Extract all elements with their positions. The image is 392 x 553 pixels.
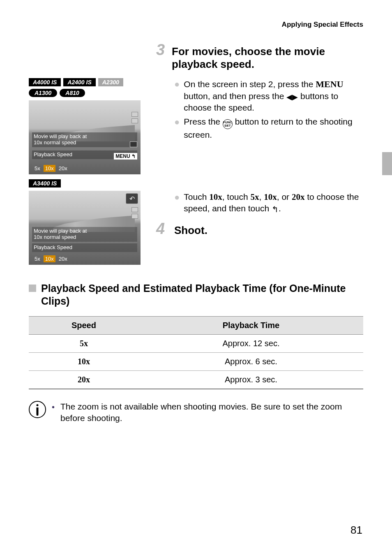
speed-option-selected[interactable]: 10x <box>44 255 55 262</box>
instruction-text: Press the FUNCSET button to return to th… <box>184 116 363 141</box>
table-row: 5x Approx. 12 sec. <box>29 334 363 352</box>
main-content: A4000 IS A2400 IS A2300 A1300 A810 Movie… <box>29 41 363 270</box>
instruction-bullet: ● On the screen in step 2, press the MEN… <box>174 78 363 113</box>
table-row: 20x Approx. 3 sec. <box>29 370 363 389</box>
note-text: The zoom is not available when shooting … <box>60 401 363 424</box>
camera-screenshot-touch: ↶ Movie will play back at 10x normal spe… <box>29 191 141 265</box>
speed-cell: 10x <box>29 352 139 370</box>
instruction-text: Touch 10x, touch 5x, 10x, or 20x to choo… <box>184 191 363 215</box>
speed-options[interactable]: 5x 10x 20x <box>35 255 67 262</box>
model-badges-group2: A3400 IS <box>29 179 148 187</box>
model-badge: A2300 <box>98 78 123 86</box>
time-cell: Approx. 3 sec. <box>139 370 363 389</box>
bullet-icon: ● <box>174 116 180 141</box>
menu-back-button[interactable]: MENU ↰ <box>114 153 137 160</box>
left-column: A4000 IS A2400 IS A2300 A1300 A810 Movie… <box>29 41 148 270</box>
step-title: Shoot. <box>174 224 208 237</box>
model-badge: A810 <box>60 89 85 97</box>
chapter-tab <box>382 152 392 175</box>
playback-speed-table: Speed Playback Time 5x Approx. 12 sec. 1… <box>29 316 363 389</box>
page-number: 81 <box>350 524 362 537</box>
speed-options[interactable]: 5x 10x 20x <box>35 165 67 172</box>
step-number: 3 <box>156 41 166 59</box>
table-row: 10x Approx. 6 sec. <box>29 352 363 370</box>
speed-option[interactable]: 20x <box>59 165 67 171</box>
speed-5x-icon: 5x <box>251 192 259 202</box>
important-note: • The zoom is not available when shootin… <box>29 401 363 424</box>
speed-10x-icon: 10x <box>209 192 222 202</box>
bullet-icon: ● <box>174 191 180 215</box>
battery-icon <box>130 141 137 147</box>
bullet-icon: • <box>52 401 55 424</box>
speed-option[interactable]: 5x <box>35 165 40 171</box>
model-badge: A3400 IS <box>29 179 61 187</box>
caution-icon <box>29 401 46 418</box>
subsection-marker-icon <box>29 285 36 292</box>
table-header-time: Playback Time <box>139 316 363 334</box>
model-badge: A2400 IS <box>63 78 95 86</box>
section-header: Applying Special Effects <box>29 21 363 29</box>
func-set-icon: FUNCSET <box>223 119 233 129</box>
msg-line: Movie will play back at <box>34 228 136 234</box>
right-column: 3 For movies, choose the movie playback … <box>156 41 363 270</box>
screenshot-message: Movie will play back at 10x normal speed <box>32 132 137 147</box>
instruction-bullet: ● Press the FUNCSET button to return to … <box>174 116 363 141</box>
left-right-icon: ◀▶ <box>286 92 298 102</box>
speed-cell: 5x <box>29 334 139 352</box>
speed-10x-icon: 10x <box>264 192 277 202</box>
step-title: For movies, choose the movie playback sp… <box>172 45 363 71</box>
step-number: 4 <box>156 220 168 238</box>
speed-cell: 20x <box>29 370 139 389</box>
table-header-row: Speed Playback Time <box>29 316 363 334</box>
camera-screenshot-buttons: Movie will play back at 10x normal speed… <box>29 100 141 174</box>
subsection: Playback Speed and Estimated Playback Ti… <box>29 281 363 424</box>
model-badge: A1300 <box>29 89 57 97</box>
back-button[interactable]: ↶ <box>126 193 138 204</box>
table-header-speed: Speed <box>29 316 139 334</box>
speed-option-selected[interactable]: 10x <box>44 165 55 172</box>
subsection-title: Playback Speed and Estimated Playback Ti… <box>41 282 363 308</box>
playback-speed-label: Playback Speed <box>32 243 137 252</box>
step-4-header: 4 Shoot. <box>156 220 363 238</box>
overlay-icons <box>131 207 138 219</box>
msg-line: 10x normal speed <box>34 140 136 146</box>
instruction-text: On the screen in step 2, press the MENU … <box>184 78 363 113</box>
step-3-header: 3 For movies, choose the movie playback … <box>156 41 363 71</box>
instruction-bullet: ● Touch 10x, touch 5x, 10x, or 20x to ch… <box>174 191 363 215</box>
screenshot-message: Movie will play back at 10x normal speed <box>32 227 137 242</box>
speed-option[interactable]: 5x <box>35 256 40 262</box>
msg-line: Movie will play back at <box>34 134 136 140</box>
model-badges-group1: A4000 IS A2400 IS A2300 A1300 A810 <box>29 78 148 97</box>
speed-option[interactable]: 20x <box>59 256 67 262</box>
time-cell: Approx. 12 sec. <box>139 334 363 352</box>
subsection-header: Playback Speed and Estimated Playback Ti… <box>29 281 363 308</box>
msg-line: 10x normal speed <box>34 234 136 241</box>
speed-20x-icon: 20x <box>292 192 305 202</box>
menu-text-icon: MENU <box>316 79 343 89</box>
model-badge: A4000 IS <box>29 78 61 86</box>
time-cell: Approx. 6 sec. <box>139 352 363 370</box>
bullet-icon: ● <box>174 78 180 113</box>
overlay-icons <box>131 112 138 123</box>
return-icon: ↰ <box>272 204 279 215</box>
